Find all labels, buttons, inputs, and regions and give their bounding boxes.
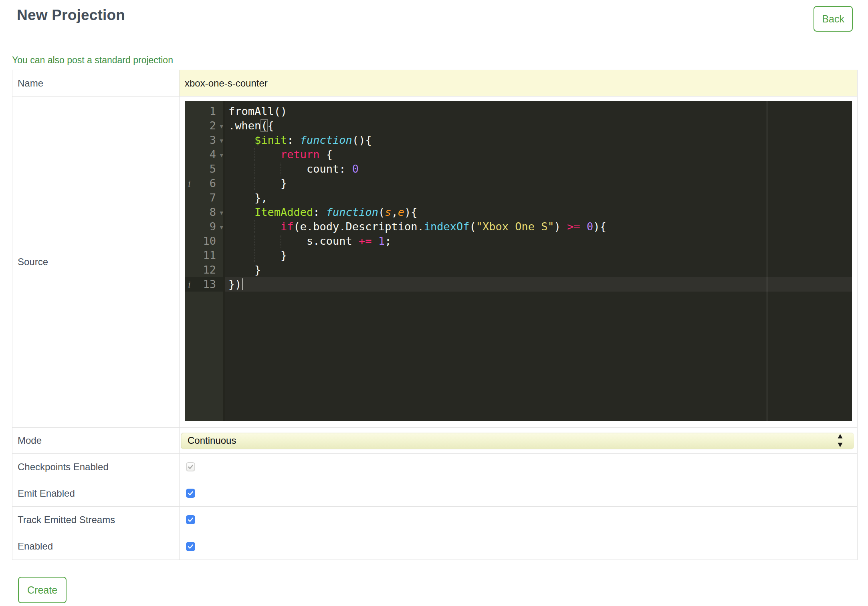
back-button[interactable]: Back: [813, 6, 853, 32]
form-row-mode: Mode Continuous: [12, 428, 857, 454]
gutter-line-7: 7: [185, 191, 223, 205]
emit-enabled-checkbox[interactable]: [186, 489, 195, 498]
indent-guide: [254, 177, 255, 190]
checkmark-icon: [187, 490, 194, 497]
code-line-4[interactable]: return {: [225, 147, 852, 162]
code-line-5[interactable]: count: 0: [225, 162, 852, 176]
code-line-11[interactable]: }: [225, 248, 852, 263]
code-fold-icon[interactable]: ▾: [220, 205, 223, 220]
line-number: 10: [203, 235, 216, 247]
track-emitted-streams-checkbox[interactable]: [186, 515, 195, 524]
code-line-12[interactable]: }: [225, 263, 852, 277]
code-line-10[interactable]: s.count += 1;: [225, 234, 852, 248]
checkpoints-enabled-label: Checkpoints Enabled: [12, 454, 180, 480]
gutter-line-1: 1: [185, 104, 223, 119]
gutter-line-9: 9▾: [185, 219, 223, 234]
gutter-line-2: 2▾: [185, 119, 223, 133]
line-number: 6: [210, 177, 216, 189]
code-fold-icon[interactable]: ▾: [220, 119, 223, 133]
form-row-source: Source 12▾3▾4▾5i678▾9▾101112i13 fromAll(…: [12, 97, 857, 428]
info-annotation-icon: i: [188, 277, 191, 292]
gutter-line-10: 10: [185, 234, 223, 248]
code-line-2[interactable]: .when({: [225, 119, 852, 133]
gutter-line-8: 8▾: [185, 205, 223, 219]
editor-code-area[interactable]: fromAll().when({ $init: function(){ retu…: [225, 101, 852, 421]
line-number: 4: [210, 148, 216, 161]
mode-selected-value: Continuous: [181, 435, 236, 446]
code-line-3[interactable]: $init: function(){: [225, 133, 852, 147]
indent-guide: [254, 163, 255, 175]
code-line-7[interactable]: },: [225, 191, 852, 205]
gutter-line-5: 5: [185, 162, 223, 176]
gutter-line-6: i6: [185, 176, 223, 191]
checkmark-icon: [187, 463, 194, 470]
standard-projection-link[interactable]: You can also post a standard projection: [12, 55, 173, 66]
form-row-name: Name: [12, 70, 857, 97]
page-title: New Projection: [17, 6, 125, 25]
emit-enabled-label: Emit Enabled: [12, 480, 180, 506]
line-number: 12: [203, 264, 216, 276]
code-fold-icon[interactable]: ▾: [220, 133, 223, 148]
checkpoints-enabled-checkbox: [186, 462, 195, 471]
mode-cell: Continuous: [180, 428, 857, 453]
projection-name-input[interactable]: [180, 70, 857, 96]
new-projection-page: New Projection Back You can also post a …: [0, 0, 868, 606]
mode-select[interactable]: Continuous: [181, 433, 854, 449]
checkmark-icon: [187, 543, 194, 550]
line-number: 5: [210, 163, 216, 175]
source-code-editor[interactable]: 12▾3▾4▾5i678▾9▾101112i13 fromAll().when(…: [185, 101, 852, 421]
code-line-6[interactable]: }: [225, 176, 852, 191]
enabled-checkbox[interactable]: [186, 542, 195, 551]
line-number: 11: [203, 249, 216, 262]
gutter-line-11: 11: [185, 248, 223, 263]
line-number: 9: [210, 220, 216, 233]
form-row-enabled: Enabled: [12, 533, 857, 560]
track-emitted-streams-label: Track Emitted Streams: [12, 507, 180, 533]
form-row-emit-enabled: Emit Enabled: [12, 480, 857, 507]
line-number: 7: [210, 191, 216, 204]
indent-guide: [254, 220, 255, 233]
indent-guide: [254, 249, 255, 262]
line-number: 8: [210, 206, 216, 218]
page-header: New Projection Back: [0, 0, 868, 32]
projection-form: Name Source 12▾3▾4▾5i678▾9▾101112i13 fro…: [12, 70, 858, 560]
code-line-9[interactable]: if(e.body.Description.indexOf("Xbox One …: [225, 219, 852, 234]
gutter-line-13: i13: [185, 277, 223, 292]
create-button[interactable]: Create: [18, 577, 67, 603]
enabled-label: Enabled: [12, 533, 180, 560]
code-line-1[interactable]: fromAll(): [225, 104, 852, 119]
name-label: Name: [12, 70, 180, 96]
code-line-8[interactable]: ItemAdded: function(s,e){: [225, 205, 852, 219]
source-cell: 12▾3▾4▾5i678▾9▾101112i13 fromAll().when(…: [180, 97, 857, 427]
line-number: 3: [210, 134, 216, 146]
source-label: Source: [12, 97, 180, 427]
gutter-line-4: 4▾: [185, 147, 223, 162]
checkmark-icon: [187, 516, 194, 523]
text-cursor: [242, 278, 243, 290]
editor-gutter: 12▾3▾4▾5i678▾9▾101112i13: [185, 101, 225, 421]
code-fold-icon[interactable]: ▾: [220, 220, 223, 234]
gutter-line-12: 12: [185, 263, 223, 277]
mode-label: Mode: [12, 428, 180, 453]
indent-guide: [281, 235, 281, 248]
indent-guide: [281, 163, 281, 175]
indent-guide: [254, 148, 255, 161]
form-row-checkpoints-enabled: Checkpoints Enabled: [12, 454, 857, 480]
line-number: 13: [203, 278, 216, 290]
info-annotation-icon: i: [188, 176, 191, 191]
print-margin-line: [767, 101, 767, 421]
line-number: 2: [210, 119, 216, 132]
indent-guide: [254, 235, 255, 248]
code-line-13[interactable]: }): [225, 277, 852, 292]
line-number: 1: [210, 105, 216, 117]
select-arrows-icon: [837, 433, 843, 448]
code-fold-icon[interactable]: ▾: [220, 148, 223, 162]
gutter-line-3: 3▾: [185, 133, 223, 147]
name-field-cell: [180, 70, 857, 96]
form-row-track-emitted-streams: Track Emitted Streams: [12, 507, 857, 533]
